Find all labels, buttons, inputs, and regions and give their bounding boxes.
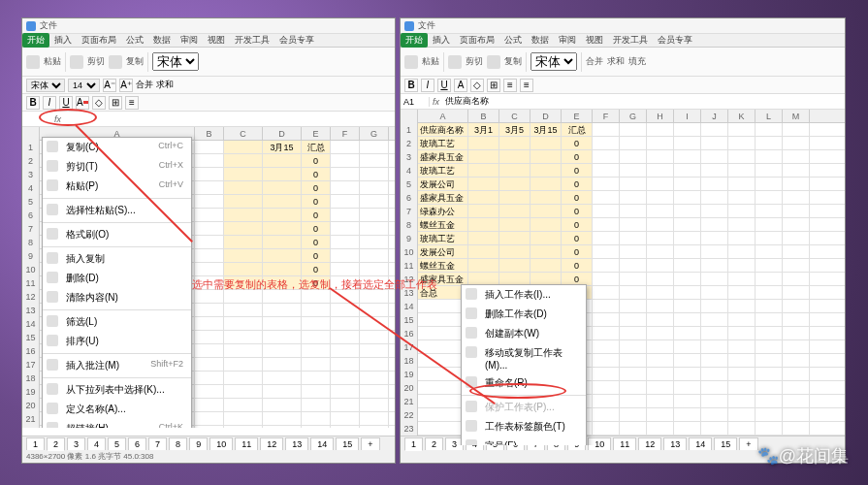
sheet-tab[interactable]: 4 [87, 437, 106, 450]
cell[interactable] [593, 191, 620, 204]
cell[interactable] [674, 232, 701, 244]
cell[interactable] [224, 236, 263, 248]
col-head[interactable]: D [263, 127, 302, 140]
cell[interactable] [620, 178, 647, 190]
cell[interactable] [499, 164, 530, 177]
cell[interactable] [530, 205, 562, 217]
cell[interactable] [224, 222, 263, 235]
cell[interactable] [755, 273, 783, 285]
cell[interactable] [195, 195, 224, 208]
font-color[interactable]: A [454, 79, 467, 92]
cell[interactable] [647, 245, 674, 258]
cell[interactable] [755, 245, 783, 258]
menu-item[interactable]: 从下拉列表中选择(K)... [43, 380, 191, 400]
menu-item[interactable]: 排序(U) [43, 332, 191, 351]
cell[interactable] [674, 218, 701, 231]
sheet-tab[interactable]: 2 [425, 437, 443, 450]
tab-视图[interactable]: 视图 [581, 33, 608, 48]
cell[interactable]: 玻璃工艺 [418, 137, 468, 149]
cell[interactable]: 0 [302, 154, 331, 167]
cell[interactable] [783, 245, 810, 258]
cell[interactable] [593, 164, 620, 177]
cell[interactable] [360, 222, 389, 235]
cell[interactable] [468, 245, 499, 258]
cell[interactable] [389, 141, 395, 153]
tab-开发工具[interactable]: 开发工具 [608, 33, 653, 48]
fill-color[interactable]: ◇ [470, 79, 484, 92]
cell[interactable] [530, 164, 562, 177]
cell[interactable] [224, 249, 263, 262]
font-select[interactable]: 宋体 [530, 52, 577, 71]
decrease-font[interactable]: A⁻ [103, 79, 116, 92]
cell[interactable] [728, 150, 755, 163]
cell[interactable] [674, 273, 701, 285]
cell[interactable] [701, 123, 728, 136]
cell[interactable] [360, 195, 389, 208]
cell[interactable] [620, 232, 647, 244]
cell[interactable] [263, 263, 302, 275]
cell[interactable] [593, 245, 620, 258]
cell[interactable] [701, 150, 728, 163]
cell[interactable] [620, 273, 647, 285]
cell[interactable]: 3月15 [530, 123, 562, 136]
cell[interactable]: 0 [562, 245, 593, 258]
cell[interactable] [360, 168, 389, 180]
cell[interactable] [224, 181, 263, 194]
col-head[interactable]: F [593, 110, 620, 122]
col-head[interactable]: B [468, 110, 499, 122]
cell[interactable] [331, 181, 360, 194]
tab-会员专享[interactable]: 会员专享 [274, 33, 319, 48]
sheet-tab[interactable]: 1 [26, 437, 45, 450]
sheet-tab[interactable]: + [739, 437, 757, 450]
cell[interactable] [331, 195, 360, 208]
cell[interactable] [674, 150, 701, 163]
tab-数据[interactable]: 数据 [527, 33, 554, 48]
cell[interactable] [224, 209, 263, 221]
cell[interactable] [224, 141, 263, 153]
tab-视图[interactable]: 视图 [203, 33, 230, 48]
underline-button[interactable]: U [59, 96, 73, 110]
col-head[interactable]: I [674, 110, 701, 122]
cell[interactable] [728, 123, 755, 136]
paste-icon[interactable] [26, 55, 40, 69]
cell[interactable] [263, 181, 302, 194]
cell[interactable] [728, 218, 755, 231]
fill-color[interactable]: ◇ [92, 96, 106, 110]
cell[interactable]: 0 [302, 168, 331, 180]
cell[interactable]: 0 [302, 222, 331, 235]
border-button[interactable]: ⊞ [109, 96, 122, 110]
menu-item[interactable]: 工作表标签颜色(T) [462, 417, 588, 436]
cell[interactable] [728, 232, 755, 244]
sheet-tab[interactable]: 15 [714, 437, 737, 450]
cell[interactable]: 0 [302, 209, 331, 221]
cell[interactable] [468, 232, 499, 244]
cell[interactable] [620, 164, 647, 177]
font-select[interactable]: 宋体 [152, 52, 199, 71]
cell[interactable] [755, 259, 783, 272]
cell[interactable] [263, 249, 302, 262]
tab-开始[interactable]: 开始 [401, 33, 428, 48]
cell[interactable] [755, 191, 783, 204]
cell[interactable] [499, 191, 530, 204]
cut-icon[interactable] [448, 55, 462, 69]
cell[interactable] [620, 245, 647, 258]
cell[interactable] [674, 205, 701, 217]
cell[interactable] [755, 218, 783, 231]
increase-font[interactable]: A⁺ [119, 79, 133, 92]
cell[interactable] [674, 137, 701, 149]
align-center[interactable]: ≡ [520, 79, 533, 92]
menu-item[interactable]: 超链接(H)Ctrl+K [43, 419, 191, 428]
cell[interactable] [728, 286, 755, 299]
cell[interactable] [263, 195, 302, 208]
cell[interactable] [783, 273, 810, 285]
cell[interactable]: 绿森办公 [418, 205, 468, 217]
cell[interactable]: 汇总 [302, 141, 331, 153]
cell[interactable] [499, 259, 530, 272]
tab-插入[interactable]: 插入 [49, 33, 77, 48]
cell[interactable] [468, 164, 499, 177]
cell[interactable] [728, 259, 755, 272]
cell[interactable] [530, 137, 562, 149]
cell[interactable]: 盛家具五金 [418, 150, 468, 163]
sheet-tab[interactable]: 10 [209, 437, 233, 450]
fx-icon[interactable]: fx [51, 114, 64, 124]
